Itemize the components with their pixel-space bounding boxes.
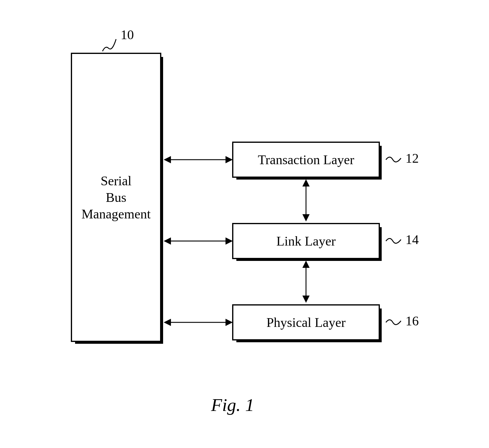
ref-16: 16 (405, 313, 419, 329)
transaction-layer-label: Transaction Layer (258, 152, 354, 168)
serial-bus-management-box: Serial Bus Management (71, 53, 161, 342)
arrow-transaction-link (301, 179, 311, 221)
transaction-layer-box: Transaction Layer (232, 142, 380, 178)
physical-layer-label: Physical Layer (267, 314, 346, 331)
squiggle-ref-16 (384, 315, 402, 333)
ref-14: 14 (405, 232, 419, 247)
link-layer-label: Link Layer (276, 233, 336, 249)
squiggle-ref-14 (384, 233, 402, 252)
ref-12: 12 (405, 151, 419, 166)
serial-bus-management-label: Serial Bus Management (81, 173, 151, 222)
ref-10: 10 (121, 27, 134, 42)
arrow-sbm-link (164, 237, 232, 246)
arrow-sbm-transaction (164, 155, 232, 164)
arrow-link-physical (301, 261, 311, 303)
link-layer-box: Link Layer (232, 223, 380, 259)
physical-layer-box: Physical Layer (232, 304, 380, 340)
squiggle-ref-10 (99, 36, 118, 54)
arrow-sbm-physical (164, 318, 232, 327)
figure-caption: Fig. 1 (211, 395, 254, 415)
squiggle-ref-12 (384, 152, 402, 170)
